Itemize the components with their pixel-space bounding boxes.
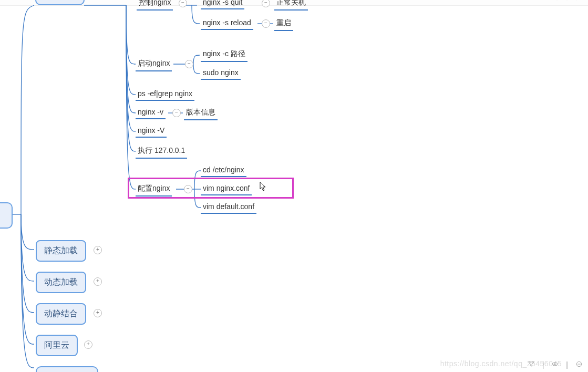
node-control-nginx[interactable]: 控制nginx <box>137 0 173 11</box>
toggle-glyph: − <box>264 20 267 26</box>
svg-point-1 <box>554 364 555 365</box>
toggle-icon[interactable]: − <box>262 0 270 7</box>
node-sudo-nginx[interactable]: sudo nginx <box>201 67 241 80</box>
node-label: vim default.conf <box>203 202 254 211</box>
bottom-right-icons: | | <box>528 360 583 369</box>
node-nginx-big-v[interactable]: nginx -V <box>136 125 167 138</box>
eye-icon[interactable] <box>551 360 559 368</box>
root-node-crop[interactable] <box>0 202 13 229</box>
node-label: nginx -V <box>138 126 164 135</box>
node-normal-shutdown[interactable]: 正常关机 <box>274 0 308 11</box>
node-cd-etc-nginx[interactable]: cd /etc/nginx <box>201 164 246 177</box>
topic-crop-bottom <box>36 366 98 372</box>
toggle-icon[interactable]: + <box>84 340 92 349</box>
node-label: sudo nginx <box>203 68 239 77</box>
node-nginx-v[interactable]: nginx -v <box>136 107 166 119</box>
node-vim-default-conf[interactable]: vim default.conf <box>201 201 256 214</box>
toggle-icon[interactable]: − <box>179 0 187 7</box>
node-label: cd /etc/nginx <box>203 166 244 174</box>
topic-static-dynamic[interactable]: 动静结合 <box>36 303 86 325</box>
node-label: nginx -s reload <box>203 18 251 27</box>
topic-label: 动态加载 <box>44 277 78 286</box>
topic-static-load[interactable]: 静态加载 <box>36 240 86 262</box>
topic-aliyun[interactable]: 阿里云 <box>36 335 78 356</box>
toggle-glyph: − <box>181 0 184 5</box>
node-ps-grep-nginx[interactable]: ps -ef|grep nginx <box>136 88 194 101</box>
toggle-glyph: − <box>264 0 267 5</box>
node-label: 执行 127.0.0.1 <box>138 146 185 154</box>
node-version-info[interactable]: 版本信息 <box>184 107 218 120</box>
node-label: 控制nginx <box>139 0 171 6</box>
node-label: nginx -c 路径 <box>203 49 245 58</box>
topic-label: 动静结合 <box>44 309 78 318</box>
node-nginx-c-path[interactable]: nginx -c 路径 <box>201 48 247 62</box>
toggle-glyph: + <box>96 246 99 252</box>
connector-wires <box>0 0 588 372</box>
toggle-icon[interactable]: + <box>94 277 102 286</box>
node-nginx-reload[interactable]: nginx -s reload <box>201 17 253 30</box>
toggle-glyph: − <box>188 60 191 66</box>
node-label: 启动nginx <box>138 59 170 67</box>
node-label: ps -ef|grep nginx <box>138 89 192 98</box>
toggle-glyph: + <box>96 278 99 284</box>
node-label: nginx -v <box>138 108 163 116</box>
highlight-box <box>128 178 294 199</box>
toggle-icon[interactable]: + <box>94 309 102 317</box>
node-label: 正常关机 <box>276 0 306 6</box>
node-label: 版本信息 <box>186 108 215 116</box>
mindmap-canvas[interactable]: ··· <box>0 0 588 372</box>
separator: | <box>542 360 544 369</box>
topic-dynamic-load[interactable]: 动态加载 <box>36 272 86 293</box>
toggle-icon[interactable]: + <box>94 246 102 254</box>
separator: | <box>566 360 568 369</box>
toggle-glyph: − <box>175 109 178 115</box>
node-label: nginx -s quit <box>203 0 242 6</box>
toolbar-icons-crop: ··· <box>556 0 577 3</box>
node-restart[interactable]: 重启 <box>274 17 293 31</box>
toggle-icon[interactable]: − <box>185 60 193 68</box>
topic-label: 静态加载 <box>44 246 78 255</box>
toggle-icon[interactable]: − <box>262 19 270 28</box>
topic-crop-top <box>35 0 85 5</box>
topic-label: 阿里云 <box>44 340 69 349</box>
node-exec-local[interactable]: 执行 127.0.0.1 <box>136 145 187 159</box>
filter-icon[interactable] <box>528 360 535 368</box>
node-label: 重启 <box>276 18 291 27</box>
node-start-nginx[interactable]: 启动nginx <box>136 58 172 71</box>
toggle-icon[interactable]: − <box>172 109 181 117</box>
node-nginx-quit[interactable]: nginx -s quit <box>201 0 244 9</box>
minus-circle-icon[interactable] <box>575 360 583 368</box>
toggle-glyph: + <box>96 309 99 315</box>
toggle-glyph: + <box>87 341 90 347</box>
